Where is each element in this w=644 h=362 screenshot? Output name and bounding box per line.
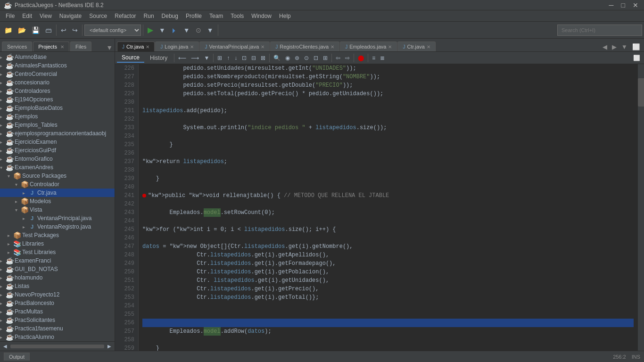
redo-button[interactable]: ↪ [70,24,80,37]
menu-view[interactable]: View [36,12,56,20]
tree-arrow[interactable]: ▸ [0,63,6,68]
code-line[interactable]: datos = "kw">new Object[]{Ctr.listapedid… [142,242,634,251]
code-line[interactable]: pedido.setTotal(pedido.getPrecio() * ped… [142,90,634,98]
tab-ventana-close[interactable]: ✕ [261,44,264,49]
et-btn-12[interactable]: ⊞ [321,53,330,63]
tree-item-testlibraries[interactable]: ▸ 📚 Test Libraries [0,248,115,256]
scrollbar-thumb[interactable] [638,78,644,107]
tree-item-sourcepackages[interactable]: ▾ 📦 Source Packages [0,172,115,180]
tree-item-ejemplobasedatos[interactable]: ▸ ☕ EjemploBaseDatos [0,104,115,112]
tab-registro-clientes[interactable]: J RegistroClientes.java ✕ [270,41,339,51]
config-dropdown[interactable]: <default config> [84,25,141,36]
code-line[interactable] [142,234,634,242]
code-line[interactable]: } [142,174,634,183]
et-btn-6[interactable]: ⊠ [259,53,267,63]
tree-item-testpackages[interactable]: ▸ 📦 Test Packages [0,231,115,239]
tab-projects[interactable]: Projects ✕ [33,41,69,51]
et-btn-5[interactable]: ⊟ [249,53,258,63]
et-btn-8[interactable]: ◉ [283,53,292,63]
tree-item-libraries[interactable]: ▸ 📚 Libraries [0,239,115,248]
tree-arrow[interactable]: ▸ [23,216,28,221]
et-expand-button[interactable]: ⬜ [631,53,642,63]
tree-item-examenfranci[interactable]: ▸ ☕ ExamenFranci [0,256,115,265]
tab-ctr-java-2[interactable]: J Ctr.java ✕ [397,41,435,51]
tab-ctr-java-1-close[interactable]: ✕ [146,44,149,49]
tree-item-controlador[interactable]: ▾ 📦 Controlador [0,180,115,189]
tab-nav-menu-button[interactable]: ▼ [619,42,629,51]
tree-arrow[interactable]: ▾ [0,165,6,170]
tree-arrow[interactable]: ▸ [0,284,6,289]
tree-item-controladores[interactable]: ▸ ☕ Controladores [0,87,115,95]
tree-item-ejemplosprogramacionorientadaaobj[interactable]: ▸ ☕ ejemplosprogramacionorientadaaobj [0,129,115,138]
code-line[interactable]: pedido.setPrecio(miresultset.getDouble("… [142,81,634,90]
tree-arrow[interactable]: ▸ [0,301,6,306]
tab-ventana-principal[interactable]: J VentanaPrincipal.java ✕ [199,41,270,51]
tree-arrow[interactable]: ▸ [0,140,6,145]
code-line[interactable]: Ctr. listapedidos.get(i).getUnidades(), [142,276,634,285]
menu-refactor[interactable]: Refactor [111,12,140,20]
menu-edit[interactable]: Edit [18,12,36,20]
menu-help[interactable]: Help [275,12,295,20]
tree-arrow[interactable]: ▸ [15,199,21,204]
tree-item-vista[interactable]: ▾ 📦 Vista [0,206,115,214]
menu-team[interactable]: Team [206,12,227,20]
breakpoint-button[interactable]: ⬤ [356,53,366,63]
tree-arrow[interactable]: ▾ [15,207,21,213]
open-project-button[interactable]: 📂 [16,24,28,37]
tree-item-listas[interactable]: ▸ ☕ Listas [0,282,115,290]
menu-debug[interactable]: Debug [158,12,182,20]
et-dropdown-1[interactable]: ▼ [202,53,211,63]
tree-item-ejercicioexamen[interactable]: ▸ ☕ EjercicioExamen [0,138,115,146]
tab-empleados[interactable]: J Empleados.java ✕ [340,41,397,51]
source-tab[interactable]: Source [117,53,144,63]
tree-arrow[interactable]: ▸ [0,309,6,314]
code-line[interactable]: System.out.println("indice pedidos " + l… [142,123,634,132]
tree-item-entornografico[interactable]: ▸ ☕ EntornoGrafico [0,155,115,163]
minimize-button[interactable]: ─ [607,1,616,9]
search-input[interactable] [557,25,642,36]
et-btn-4[interactable]: ⊡ [240,53,248,63]
tab-empleados-close[interactable]: ✕ [388,44,392,49]
panel-minimize-icon[interactable]: ▼ [106,44,113,51]
debug-dropdown-button[interactable]: ▼ [181,24,192,37]
tree-arrow[interactable]: ▸ [0,72,6,77]
code-line[interactable]: pedido.setUnidades(miresultset.getInt("U… [142,64,634,73]
tree-arrow[interactable]: ▸ [0,258,6,263]
save-button[interactable]: 💾 [29,24,42,37]
et-btn-11[interactable]: ⊡ [312,53,320,63]
tree-item-practica1fasemenu[interactable]: ▸ ☕ Practica1fasemenu [0,324,115,333]
go-back-button[interactable]: ⟵ [176,53,188,63]
tab-ctr-java-1[interactable]: J Ctr.java ✕ [117,41,155,51]
run-dropdown-button[interactable]: ▼ [157,24,168,37]
tree-arrow[interactable]: ▸ [0,89,6,94]
menu-window[interactable]: Window [248,12,275,20]
et-btn-14[interactable]: ⇨ [343,53,352,63]
tree-item-ejemplos[interactable]: ▸ ☕ Ejemplos [0,112,115,121]
find-button[interactable]: 🔍 [272,53,282,63]
tab-nav-maximize-button[interactable]: ⬜ [630,42,642,51]
code-line[interactable] [142,98,634,107]
go-forward-button[interactable]: ⟶ [189,53,201,63]
tree-arrow[interactable]: ▸ [0,114,6,119]
tree-item-gui-bd-notas[interactable]: ▸ ☕ GUI_BD_NOTAS [0,265,115,273]
tab-registro-close[interactable]: ✕ [330,44,334,49]
code-line[interactable] [142,302,634,310]
code-line[interactable]: "kw">for ("kw">int i = 0; i < listapedid… [142,225,634,234]
et-btn-16[interactable]: ≣ [378,53,387,63]
tree-arrow[interactable]: ▸ [0,156,6,162]
code-line[interactable]: Ctr.listapedidos.get(i).getFormadepago()… [142,259,634,268]
et-btn-10[interactable]: ⊙ [302,53,311,63]
code-line[interactable]: "kw">return listapedidos; [142,157,634,166]
tree-item-pracmultas[interactable]: ▸ ☕ PracMultas [0,307,115,316]
tab-login-java[interactable]: J Login.java ✕ [155,41,199,51]
tree-arrow[interactable]: ▸ [0,148,6,153]
tab-files[interactable]: Files [70,41,91,51]
tree-item-ejemplos-tables[interactable]: ▸ ☕ Ejemplos_Tables [0,121,115,129]
new-project-button[interactable]: 📁 [2,24,15,37]
tree-arrow[interactable]: ▸ [0,123,6,128]
code-line[interactable] [142,149,634,157]
tab-ctr-java-2-close[interactable]: ✕ [427,44,430,49]
tree-item-ventanaprincipal-java[interactable]: ▸ J VentanaPrincipal.java [0,214,115,222]
code-line[interactable]: pedido.setNombreproducto(miresultset.get… [142,73,634,81]
tree-arrow[interactable]: ▸ [23,190,28,196]
